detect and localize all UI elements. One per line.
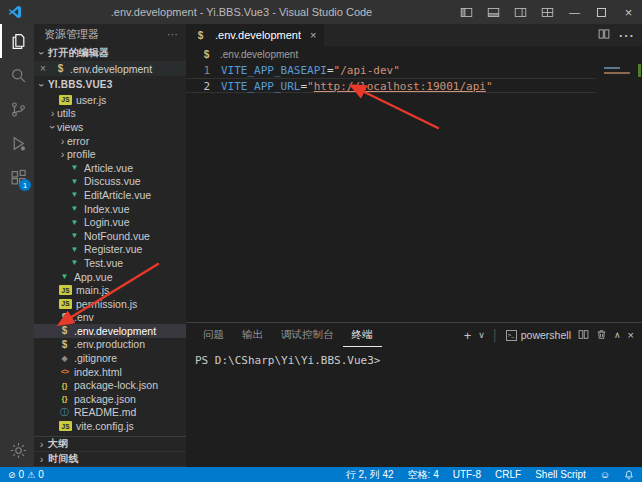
json-file-icon: {} xyxy=(58,394,71,403)
panel-tab[interactable]: 输出 xyxy=(233,323,272,347)
panel-tab[interactable]: 终端 xyxy=(343,323,382,347)
error-count: 0 xyxy=(19,469,25,480)
split-terminal-icon[interactable] xyxy=(578,329,589,342)
terminal-output[interactable]: PS D:\CSharp\Yi\Yi.BBS.Vue3> xyxy=(186,347,642,467)
tree-item[interactable]: ◆.gitignore xyxy=(34,351,186,365)
extensions-icon[interactable]: 1 xyxy=(0,160,34,194)
vue-file-icon: ▼ xyxy=(68,163,81,172)
feedback-smiley-icon[interactable]: ☺ xyxy=(600,469,610,480)
tree-item[interactable]: $.env xyxy=(34,311,186,325)
tree-item[interactable]: ▼EditArticle.vue xyxy=(34,188,186,202)
tree-item[interactable]: JSmain.js xyxy=(34,283,186,297)
notifications-bell-icon[interactable] xyxy=(624,470,634,480)
toggle-panel-icon[interactable] xyxy=(480,0,507,24)
tree-item[interactable]: ▼Index.vue xyxy=(34,202,186,216)
tree-item[interactable]: $.env.production xyxy=(34,338,186,352)
tree-item[interactable]: <>index.html xyxy=(34,365,186,379)
js-file-icon: JS xyxy=(59,95,72,105)
tree-item[interactable]: JSvite.config.js xyxy=(34,419,186,433)
toggle-sidebar-icon[interactable] xyxy=(453,0,480,24)
sidebar-title: 资源管理器 xyxy=(44,27,99,42)
project-name-label: YI.BBS.VUE3 xyxy=(48,79,112,90)
divider: │ xyxy=(492,329,499,341)
file-name: Index.vue xyxy=(84,203,130,215)
split-editor-icon[interactable] xyxy=(598,26,610,44)
settings-gear-icon[interactable] xyxy=(0,433,34,467)
chevron-right-icon: › xyxy=(48,107,57,119)
sidebar-more-actions-icon[interactable]: ⋯ xyxy=(167,28,178,41)
tree-item[interactable]: JSpermission.js xyxy=(34,297,186,311)
kill-terminal-icon[interactable] xyxy=(596,329,607,342)
tree-item[interactable]: ›error xyxy=(34,134,186,148)
new-terminal-icon[interactable]: + xyxy=(464,328,472,343)
code-line[interactable]: 1VITE_APP_BASEAPI="/api-dev" xyxy=(186,63,596,78)
open-editors-section-header[interactable]: › 打开的编辑器 xyxy=(34,44,186,61)
code-token: = xyxy=(300,79,307,92)
panel-tab[interactable]: 调试控制台 xyxy=(272,323,343,347)
code-line[interactable]: 2VITE_APP_URL="http://localhost:19001/ap… xyxy=(186,78,596,93)
timeline-section-header[interactable]: › 时间线 xyxy=(34,452,186,467)
close-icon[interactable]: × xyxy=(615,0,642,24)
file-name: user.js xyxy=(76,94,106,106)
open-editor-item[interactable]: × $ .env.development xyxy=(34,61,186,76)
tree-item[interactable]: JSuser.js xyxy=(34,93,186,107)
tree-item[interactable]: ›views xyxy=(34,120,186,134)
encoding[interactable]: UTF-8 xyxy=(453,469,481,480)
eol-sequence[interactable]: CRLF xyxy=(495,469,521,480)
close-editor-icon[interactable]: × xyxy=(40,63,52,74)
vue-file-icon: ▼ xyxy=(68,177,81,186)
breadcrumb[interactable]: $ .env.development xyxy=(186,46,642,62)
maximize-icon[interactable] xyxy=(588,0,615,24)
cursor-position[interactable]: 行 2, 列 42 xyxy=(346,468,394,482)
more-actions-icon[interactable]: ⋯ xyxy=(618,26,634,45)
search-icon[interactable] xyxy=(0,58,34,92)
terminal-dropdown-icon[interactable]: ∨ xyxy=(478,330,485,340)
warnings-icon: ⚠ xyxy=(27,470,35,480)
tree-item[interactable]: ▼Discuss.vue xyxy=(34,175,186,189)
project-section-header[interactable]: › YI.BBS.VUE3 xyxy=(34,76,186,93)
tree-item[interactable]: ⓘREADME.md xyxy=(34,406,186,420)
tree-item[interactable]: ▼Login.vue xyxy=(34,215,186,229)
tree-item[interactable]: $.env.development xyxy=(34,324,186,338)
toggle-secondary-sidebar-icon[interactable] xyxy=(507,0,534,24)
chevron-down-icon: › xyxy=(36,48,48,57)
problems-status[interactable]: ⊘ 0 ⚠ 0 xyxy=(8,469,44,480)
maximize-panel-icon[interactable]: ∧ xyxy=(614,330,621,340)
close-tab-icon[interactable]: × xyxy=(310,29,316,41)
tree-item[interactable]: ›profile xyxy=(34,147,186,161)
outline-section-header[interactable]: › 大纲 xyxy=(34,437,186,452)
file-name: index.html xyxy=(74,366,122,378)
panel-tab[interactable]: 问题 xyxy=(194,323,233,347)
code-editor[interactable]: 1VITE_APP_BASEAPI="/api-dev"2VITE_APP_UR… xyxy=(186,62,642,322)
env-file-icon: $ xyxy=(58,325,71,336)
editor-group: $ .env.development × ⋯ $ .env.developmen… xyxy=(186,24,642,467)
tree-item[interactable]: {}package.json xyxy=(34,392,186,406)
explorer-icon[interactable] xyxy=(0,24,34,58)
tree-item[interactable]: ▼Register.vue xyxy=(34,243,186,257)
js-file-icon: JS xyxy=(59,299,72,309)
tree-item[interactable]: ▼Article.vue xyxy=(34,161,186,175)
customize-layout-icon[interactable] xyxy=(534,0,561,24)
tree-item[interactable]: {}package-lock.json xyxy=(34,378,186,392)
html-file-icon: <> xyxy=(58,367,71,376)
indentation[interactable]: 空格: 4 xyxy=(408,468,439,482)
tree-item[interactable]: ▼Test.vue xyxy=(34,256,186,270)
panel-actions: + ∨ │ >_ powershell ∧ xyxy=(464,323,634,347)
vscode-window: .env.development - Yi.BBS.Vue3 - Visual … xyxy=(0,0,642,482)
run-debug-icon[interactable] xyxy=(0,126,34,160)
tab-env-development[interactable]: $ .env.development × xyxy=(186,24,324,46)
tree-item[interactable]: ▼NotFound.vue xyxy=(34,229,186,243)
file-name: main.js xyxy=(76,284,109,296)
language-mode[interactable]: Shell Script xyxy=(535,469,586,480)
tree-item[interactable]: ▼App.vue xyxy=(34,270,186,284)
errors-icon: ⊘ xyxy=(8,470,16,480)
terminal-selector[interactable]: >_ powershell xyxy=(506,329,571,341)
vue-file-icon: ▼ xyxy=(58,272,71,281)
source-control-icon[interactable] xyxy=(0,92,34,126)
tree-item[interactable]: ›utils xyxy=(34,107,186,121)
file-name: Article.vue xyxy=(84,162,133,174)
minimap-line-mark xyxy=(604,67,620,69)
close-panel-icon[interactable]: × xyxy=(628,329,634,341)
explorer-sidebar: 资源管理器 ⋯ › 打开的编辑器 × $ .env.development › … xyxy=(34,24,186,467)
minimize-icon[interactable]: — xyxy=(561,0,588,24)
